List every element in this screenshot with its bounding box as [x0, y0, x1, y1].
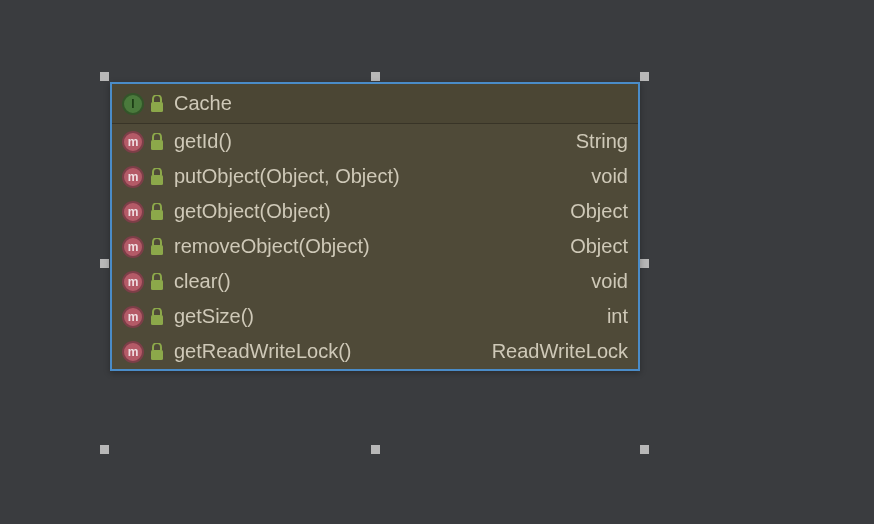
method-name: getObject(Object)	[174, 200, 560, 223]
method-return-type: int	[607, 305, 628, 328]
method-badge-letter: m	[128, 345, 139, 359]
svg-rect-0	[151, 102, 163, 112]
selection-handle-sw[interactable]	[100, 445, 109, 454]
lock-icon	[150, 273, 164, 291]
method-row[interactable]: mclear()void	[112, 264, 638, 299]
method-badge-icon: m	[122, 166, 144, 188]
method-badge-icon: m	[122, 306, 144, 328]
method-return-type: void	[591, 165, 628, 188]
interface-badge-icon: I	[122, 93, 144, 115]
method-row[interactable]: mgetId()String	[112, 124, 638, 159]
method-row[interactable]: mgetObject(Object)Object	[112, 194, 638, 229]
method-return-type: Object	[570, 200, 628, 223]
method-badge-letter: m	[128, 205, 139, 219]
svg-rect-6	[151, 315, 163, 325]
method-badge-letter: m	[128, 275, 139, 289]
lock-icon	[150, 238, 164, 256]
selection-handle-n[interactable]	[371, 72, 380, 81]
method-badge-letter: m	[128, 170, 139, 184]
selection-handle-s[interactable]	[371, 445, 380, 454]
selection-handle-se[interactable]	[640, 445, 649, 454]
class-header-row: I Cache	[112, 84, 638, 124]
lock-icon	[150, 168, 164, 186]
selection-handle-ne[interactable]	[640, 72, 649, 81]
method-name: getSize()	[174, 305, 597, 328]
selection-handle-e[interactable]	[640, 259, 649, 268]
method-row[interactable]: mputObject(Object, Object)void	[112, 159, 638, 194]
methods-list: mgetId()StringmputObject(Object, Object)…	[112, 124, 638, 369]
class-name: Cache	[174, 92, 628, 115]
method-badge-icon: m	[122, 271, 144, 293]
method-name: removeObject(Object)	[174, 235, 560, 258]
lock-icon	[150, 343, 164, 361]
method-row[interactable]: mremoveObject(Object)Object	[112, 229, 638, 264]
method-row[interactable]: mgetReadWriteLock()ReadWriteLock	[112, 334, 638, 369]
method-badge-letter: m	[128, 310, 139, 324]
method-badge-letter: m	[128, 240, 139, 254]
svg-rect-7	[151, 350, 163, 360]
method-return-type: void	[591, 270, 628, 293]
method-badge-icon: m	[122, 131, 144, 153]
lock-icon	[150, 133, 164, 151]
method-badge-icon: m	[122, 201, 144, 223]
class-diagram-box[interactable]: I Cache mgetId()StringmputObject(Object,…	[110, 82, 640, 371]
method-name: clear()	[174, 270, 581, 293]
method-name: getId()	[174, 130, 566, 153]
method-badge-letter: m	[128, 135, 139, 149]
selection-handle-nw[interactable]	[100, 72, 109, 81]
method-return-type: String	[576, 130, 628, 153]
method-badge-icon: m	[122, 236, 144, 258]
method-return-type: Object	[570, 235, 628, 258]
svg-rect-3	[151, 210, 163, 220]
selection-handle-w[interactable]	[100, 259, 109, 268]
svg-rect-1	[151, 140, 163, 150]
lock-icon	[150, 308, 164, 326]
svg-rect-5	[151, 280, 163, 290]
svg-rect-2	[151, 175, 163, 185]
method-row[interactable]: mgetSize()int	[112, 299, 638, 334]
lock-icon	[150, 203, 164, 221]
interface-letter: I	[131, 97, 134, 111]
method-name: getReadWriteLock()	[174, 340, 482, 363]
method-badge-icon: m	[122, 341, 144, 363]
lock-icon	[150, 95, 164, 113]
svg-rect-4	[151, 245, 163, 255]
method-name: putObject(Object, Object)	[174, 165, 581, 188]
method-return-type: ReadWriteLock	[492, 340, 628, 363]
